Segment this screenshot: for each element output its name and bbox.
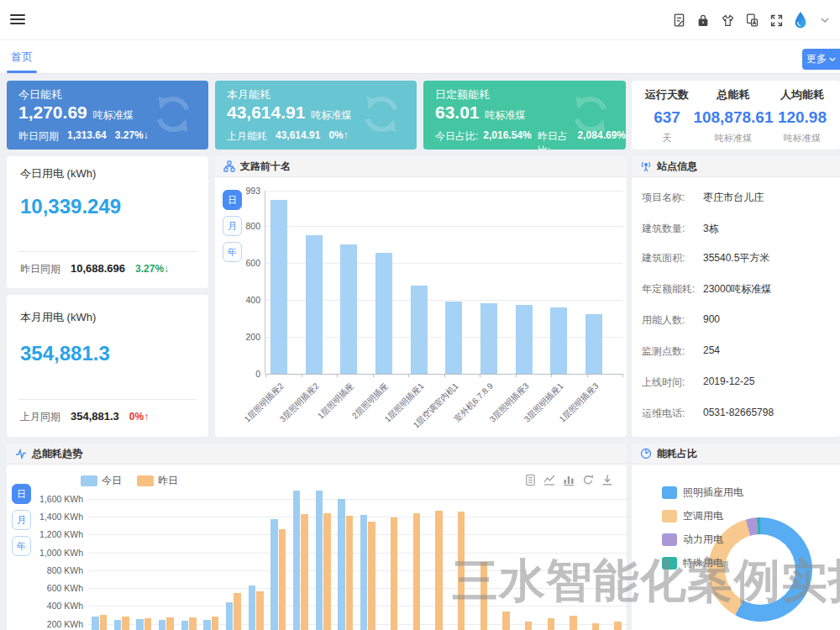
kpi-change: 0%↑ <box>328 129 348 144</box>
trend-bar-yesterday[interactable] <box>368 522 375 630</box>
top-bar <box>0 0 840 40</box>
tab-home[interactable]: 首页 <box>11 50 33 65</box>
y-axis-tick-label: 1,600 KWh <box>19 494 83 504</box>
trend-bar-yesterday[interactable] <box>435 511 443 630</box>
kpi-card-daily-quota-energy: 日定额能耗 63.01 吨标准煤 今日占比: 2,016.54% 昨日占比: 2… <box>423 81 626 150</box>
branch-bar[interactable] <box>375 253 392 374</box>
trend-bar-yesterday[interactable] <box>502 612 510 630</box>
site-row-value: 3栋 <box>703 222 719 236</box>
pie-clock-icon <box>640 448 652 459</box>
trend-bar-yesterday[interactable] <box>391 517 398 630</box>
trend-bar-today[interactable] <box>114 620 122 630</box>
pie-legend-item-动力用电[interactable]: 动力用电 <box>662 533 723 547</box>
trend-bar-today[interactable] <box>226 602 234 630</box>
site-row-value: 35540.5平方米 <box>703 251 769 265</box>
summary-stats-panel: 运行天数 637 天 总能耗 108,878.61 吨标准煤 人均能耗 120.… <box>632 81 840 150</box>
trend-bar-today[interactable] <box>270 519 278 630</box>
site-row-value: 23000吨标准煤 <box>703 282 771 297</box>
trend-bar-today[interactable] <box>136 619 144 630</box>
trend-bar-yesterday[interactable] <box>614 622 622 630</box>
trend-bar-yesterday[interactable] <box>100 615 108 630</box>
site-row-label: 用能人数: <box>642 313 685 328</box>
branch-bar[interactable] <box>585 314 602 374</box>
pie-legend-item-空调用电[interactable]: 空调用电 <box>662 509 723 523</box>
trend-bar-today[interactable] <box>181 621 189 630</box>
change-badge: 0%↑ <box>129 411 149 423</box>
trend-bar-yesterday[interactable] <box>212 617 219 630</box>
branch-bar[interactable] <box>480 303 497 374</box>
trend-bar-yesterday[interactable] <box>234 593 241 630</box>
x-axis-tick <box>302 374 302 377</box>
legend-swatch <box>137 475 154 486</box>
water-drop-logo[interactable] <box>792 12 809 29</box>
refresh-icon[interactable] <box>582 474 594 486</box>
trend-bar-yesterday[interactable] <box>346 516 354 630</box>
data-view-icon[interactable] <box>525 474 536 486</box>
y-axis-tick-label: 600 KWh <box>19 583 83 593</box>
trend-bar-yesterday[interactable] <box>592 623 600 630</box>
trend-bar-yesterday[interactable] <box>570 616 577 630</box>
trend-bar-today[interactable] <box>92 617 99 630</box>
y-axis-tick-label: 1,000 KWh <box>19 548 83 558</box>
branch-bar[interactable] <box>516 305 533 374</box>
branch-bar[interactable] <box>340 244 357 374</box>
download-icon[interactable] <box>601 474 613 486</box>
kpi-value: 43,614.91 <box>227 102 305 123</box>
trend-bar-yesterday[interactable] <box>122 617 129 630</box>
kpi-unit: 吨标准煤 <box>486 108 526 123</box>
trend-bar-today[interactable] <box>249 585 256 630</box>
branch-bar[interactable] <box>306 235 323 374</box>
trend-bar-yesterday[interactable] <box>166 617 174 630</box>
fullscreen-icon[interactable] <box>768 12 785 29</box>
kpi-change: 3.27%↓ <box>115 129 149 144</box>
site-row-label: 上线时间: <box>642 375 685 390</box>
site-info-panel: 站点信息 项目名称: 枣庄市台儿庄 建筑数量: 3栋 建筑面积: 35540.5… <box>632 156 840 437</box>
trend-bar-today[interactable] <box>159 620 166 630</box>
gridline <box>88 534 630 535</box>
hamburger-menu-icon[interactable] <box>10 14 25 26</box>
branch-bar[interactable] <box>411 286 428 374</box>
legend-swatch <box>662 510 677 522</box>
x-axis-tick <box>622 374 623 377</box>
trend-bar-yesterday[interactable] <box>548 618 555 630</box>
legend-item-今日[interactable]: 今日 <box>81 474 122 488</box>
trend-bar-today[interactable] <box>316 491 323 630</box>
trend-bar-today[interactable] <box>203 620 211 630</box>
site-row-label: 建筑数量: <box>642 222 685 236</box>
trend-bar-today[interactable] <box>338 499 345 630</box>
branch-bar-chart[interactable]: 02004006008009931层照明插座23层照明插座21层照明插座2层照明… <box>265 191 622 374</box>
trend-bar-today[interactable] <box>293 491 301 630</box>
lock-icon[interactable] <box>695 12 711 29</box>
trend-bar-yesterday[interactable] <box>189 617 197 630</box>
legend-item-昨日[interactable]: 昨日 <box>137 474 178 488</box>
theme-shirt-icon[interactable] <box>719 12 736 29</box>
site-row-value: 254 <box>703 344 720 356</box>
trend-bar-yesterday[interactable] <box>279 529 286 630</box>
trend-bar-yesterday[interactable] <box>413 513 421 630</box>
trend-bar-yesterday[interactable] <box>144 618 152 630</box>
trend-bar-today[interactable] <box>360 515 368 630</box>
branch-bar[interactable] <box>445 302 462 374</box>
x-axis-category-label: 1层照明插座 <box>315 381 356 422</box>
trend-bar-yesterday[interactable] <box>301 514 308 630</box>
branch-bar[interactable] <box>550 307 567 374</box>
line-chart-icon[interactable] <box>543 474 555 486</box>
x-axis-tick <box>408 374 409 377</box>
branch-bar[interactable] <box>270 200 287 374</box>
edit-note-icon[interactable] <box>670 12 687 29</box>
pie-legend-item-照明插座用电[interactable]: 照明插座用电 <box>662 486 743 500</box>
branch-top10-panel: 支路前十名 日月年 02004006008009931层照明插座23层照明插座2… <box>215 156 627 437</box>
translate-icon[interactable] <box>743 12 760 29</box>
trend-bar-yesterday[interactable] <box>525 622 533 630</box>
card-value: 354,881.3 <box>20 342 110 365</box>
bar-chart-icon[interactable] <box>563 474 575 486</box>
legend-swatch <box>662 486 677 499</box>
gridline <box>265 226 622 227</box>
trend-bar-yesterday[interactable] <box>323 513 331 630</box>
more-button[interactable]: 更多 <box>802 49 840 70</box>
site-row-label: 建筑面积: <box>642 251 685 265</box>
recycle-icon <box>150 91 197 138</box>
kpi-card-today-energy: 今日能耗 1,270.69 吨标准煤 昨日同期 1,313.64 3.27%↓ <box>7 81 208 150</box>
trend-bar-yesterday[interactable] <box>256 591 264 630</box>
chevron-down-icon[interactable] <box>816 12 833 29</box>
